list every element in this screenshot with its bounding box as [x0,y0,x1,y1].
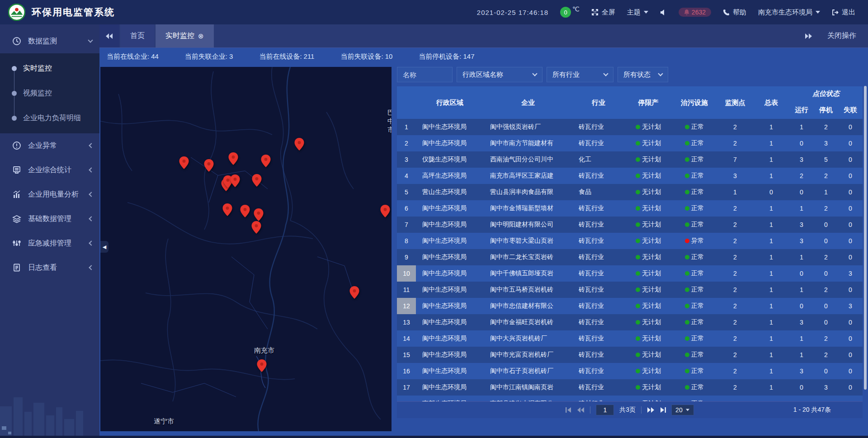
status-dot-icon [636,206,640,211]
first-page-button[interactable] [566,407,572,413]
table-row[interactable]: 9阆中生态环境局阆中市二龙长宝页岩砖砖瓦行业无计划正常21120 [397,249,863,265]
map-marker-pin-icon[interactable] [257,359,267,372]
table-row[interactable]: 17阆中生态环境局阆中市江南镇阆南页岩砖瓦行业无计划正常21030 [397,379,863,396]
monitor-points-cell: 2 [717,347,753,363]
map-marker-pin-icon[interactable] [228,152,238,165]
fullscreen-button[interactable]: 全屏 [591,8,615,17]
row-index: 12 [397,298,416,314]
facility-status-cell: 正常 [672,135,717,151]
monitor-points-cell: 1 [717,184,753,200]
logout-button[interactable]: 退出 [832,8,855,17]
record-range-label: 1 - 20 共47条 [793,406,831,414]
map-marker-pin-icon[interactable] [222,203,232,216]
status-dot-icon [636,369,640,373]
divider [590,406,590,414]
industry-cell: 砖瓦行业 [572,314,625,330]
sidebar-subitem-item[interactable]: 视频监控 [0,81,99,106]
table-row[interactable]: 10阆中生态环境局阆中千佛镇五郎垭页岩砖瓦行业无计划正常21003 [397,265,863,282]
status-stat: 当前失联设备:10 [340,52,392,61]
map-marker-pin-icon[interactable] [252,174,262,187]
lost-count-cell: 0 [838,282,863,298]
page-size-select[interactable]: 20 [671,405,694,415]
sidebar-subitem-active[interactable]: 实时监控 [0,56,99,81]
tabs-scroll-left-button[interactable] [99,24,119,47]
double-right-arrow-icon[interactable] [805,33,812,39]
last-page-button[interactable] [660,407,666,413]
chevron-down-icon [816,11,820,14]
running-count-cell: 0 [789,396,814,401]
map-collapse-button[interactable]: ◀ [100,241,108,253]
map-marker-pin-icon[interactable] [179,156,189,169]
table-scrollbar[interactable] [864,86,867,390]
meters-cell: 1 [753,249,789,265]
facility-status-cell: 正常 [672,168,717,184]
sidebar-item-menu-1[interactable]: 企业异常 [0,133,99,158]
name-search-input[interactable] [397,67,453,82]
map-marker-pin-icon[interactable] [240,205,250,217]
tab-home[interactable]: 首页 [120,24,155,47]
region-select[interactable]: 行政区域名称 [457,67,542,82]
map-marker-pin-icon[interactable] [251,221,261,234]
org-dropdown[interactable]: 南充市生态环境局 [758,8,820,17]
table-row[interactable]: 6阆中生态环境局阆中市金博瑞新型墙材砖瓦行业无计划正常21120 [397,200,863,217]
help-button[interactable]: 帮助 [723,8,746,17]
company-cell: 阆中市光富页岩机砖厂 [484,347,572,363]
status-select[interactable]: 所有状态 [618,67,668,82]
notification-badge[interactable]: 2632 [679,8,711,17]
table-row[interactable]: 4高坪生态环境局南充市高坪区王家店建砖瓦行业无计划正常31220 [397,168,863,184]
table-row[interactable]: 18南部生态环境局南部县建兴水泥有限公建材行业无计划正常60060 [397,396,863,401]
sidebar-item-menu-6[interactable]: 日志查看 [0,255,99,280]
table-row[interactable]: 11阆中生态环境局阆中市五马桥页岩机砖砖瓦行业无计划正常21120 [397,282,863,298]
page-number-input[interactable] [596,405,614,415]
map-marker-pin-icon[interactable] [230,174,240,187]
sidebar-item-menu-3[interactable]: 企业用电量分析 [0,182,99,207]
table-row[interactable]: 2阆中生态环境局阆中市南方节能建材有砖瓦行业无计划正常21030 [397,135,863,151]
map-marker-pin-icon[interactable] [380,205,390,217]
sidebar-item-data-monitor[interactable]: 数据监测 [0,29,99,53]
map-marker-pin-icon[interactable] [204,159,214,172]
map-panel[interactable]: ◀ 巴中市南充市遂宁市 [100,67,392,431]
table-row[interactable]: 3仪陇生态环境局西南油气田分公司川中化工无计划正常71350 [397,151,863,168]
column-header [397,86,416,119]
sidebar-item-menu-5[interactable]: 应急减排管理 [0,231,99,255]
table-row[interactable]: 13阆中生态环境局阆中市金福旺页岩机砖砖瓦行业无计划正常21300 [397,314,863,330]
meters-cell: 1 [753,330,789,347]
mute-button[interactable] [660,9,667,16]
sidebar-item-menu-2[interactable]: 企业综合统计 [0,158,99,182]
sidebar-item-menu-4[interactable]: 基础数据管理 [0,207,99,231]
next-page-button[interactable] [647,407,654,413]
map-marker-pin-icon[interactable] [261,155,271,167]
table-row[interactable]: 15阆中生态环境局阆中市光富页岩机砖厂砖瓦行业无计划正常21120 [397,347,863,363]
table-row[interactable]: 16阆中生态环境局阆中市石子页岩机砖厂砖瓦行业无计划正常21300 [397,363,863,379]
meters-cell: 1 [753,119,789,135]
close-operations-button[interactable]: 关闭操作 [827,31,856,41]
map-marker-pin-icon[interactable] [294,138,304,151]
table-row[interactable]: 7阆中生态环境局阆中明阳建材有限公司砖瓦行业无计划正常21300 [397,217,863,233]
theme-dropdown[interactable]: 主题 [627,8,648,17]
map-marker-pin-icon[interactable] [349,286,359,299]
running-count-cell: 0 [789,135,814,151]
status-dot-icon [685,287,689,292]
limit-status-cell: 无计划 [625,298,672,314]
industry-select[interactable]: 所有行业 [547,67,613,82]
point-status-group-title: 点位状态 [789,86,863,101]
map-marker-pin-icon[interactable] [254,208,264,221]
lost-count-cell: 0 [838,233,863,249]
limit-status-cell: 无计划 [625,363,672,379]
tab-realtime-monitor[interactable]: 实时监控 ⊗ [156,24,214,47]
sidebar-subitem-item[interactable]: 企业电力负荷明细 [0,106,99,131]
table-row[interactable]: 12阆中生态环境局阆中市忠信建材有限公砖瓦行业无计划正常21003 [397,298,863,314]
prev-page-button[interactable] [577,407,585,413]
facility-status-label: 正常 [691,155,704,164]
table-row[interactable]: 5营山生态环境局营山县润丰肉食品有限食品无计划正常10010 [397,184,863,200]
sidebar-submenu: 实时监控视频监控企业电力负荷明细 [0,53,99,133]
limit-status-label: 无计划 [642,204,661,212]
meters-cell: 1 [753,298,789,314]
chevron-down-icon [603,71,608,76]
region-cell: 南部生态环境局 [416,396,484,401]
lost-count-cell: 0 [838,135,863,151]
table-row[interactable]: 8阆中生态环境局阆中市枣碧大梁山页岩砖瓦行业无计划异常21300 [397,233,863,249]
table-row[interactable]: 1阆中生态环境局阆中强锐页岩砖厂砖瓦行业无计划正常21120 [397,119,863,135]
table-row[interactable]: 14阆中生态环境局阆中大兴页岩机砖厂砖瓦行业无计划正常21120 [397,330,863,347]
close-icon[interactable]: ⊗ [198,33,204,39]
